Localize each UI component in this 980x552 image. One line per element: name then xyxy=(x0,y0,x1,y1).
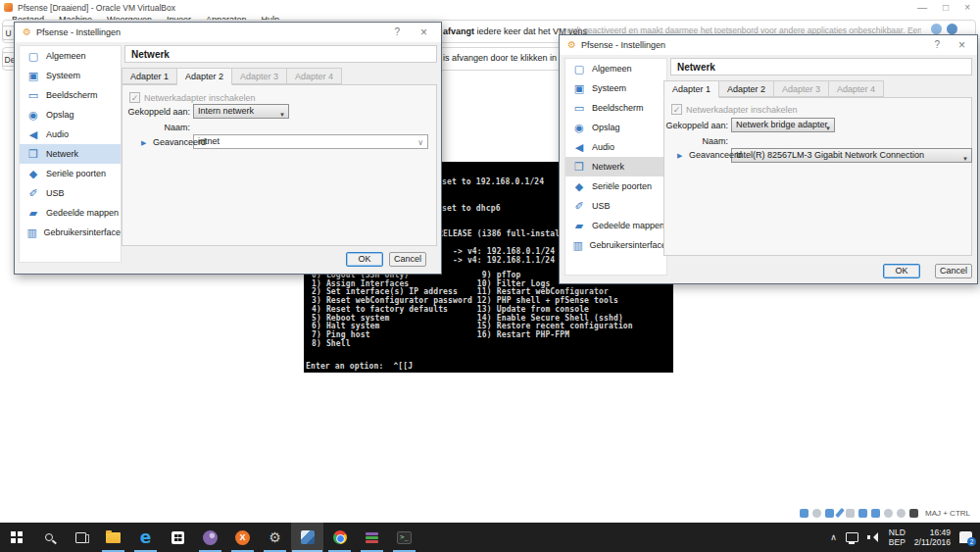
start-button[interactable] xyxy=(0,523,32,552)
network-tray-icon[interactable] xyxy=(846,532,858,542)
tab-adapter-3[interactable]: Adapter 3 xyxy=(232,68,287,84)
enable-adapter-checkbox[interactable]: ✓ xyxy=(129,92,140,103)
clock[interactable]: 16:49 2/11/2016 xyxy=(914,527,951,547)
task-view-button[interactable] xyxy=(65,523,97,552)
page-title: Netwerk xyxy=(124,45,437,63)
notification-dismiss-icon[interactable] xyxy=(947,24,957,34)
speaker-icon[interactable] xyxy=(867,532,880,542)
sidebar-item-opslag[interactable]: ◉Opslag xyxy=(565,118,666,137)
name-dropdown[interactable]: Intel(R) 82567LM-3 Gigabit Network Conne… xyxy=(731,148,972,163)
chevron-down-icon: ▼ xyxy=(825,123,831,135)
console-prompt[interactable]: Enter an option: ^[[J xyxy=(306,363,413,372)
sidebar-item-seriele-poorten[interactable]: ◆Seriële poorten xyxy=(565,176,666,196)
tab-adapter-1[interactable]: Adapter 1 xyxy=(122,68,177,84)
sidebar-item-systeem[interactable]: ▣Systeem xyxy=(565,78,666,98)
chrome-icon xyxy=(333,530,347,544)
tab-adapter-4[interactable]: Adapter 4 xyxy=(287,68,342,84)
desktop: Pfsense [Draaiend] - Oracle VM VirtualBo… xyxy=(0,0,980,552)
taskbar-file-explorer[interactable] xyxy=(97,523,129,552)
pen-status-icon xyxy=(835,508,844,518)
taskbar-search-button[interactable] xyxy=(32,523,65,552)
help-button[interactable]: ? xyxy=(394,26,400,37)
taskbar-winrar[interactable] xyxy=(356,523,388,552)
sidebar-item-usb[interactable]: ✐USB xyxy=(20,183,121,203)
attached-to-label: Gekoppeld aan: xyxy=(660,121,728,130)
sidebar-item-beeldscherm[interactable]: ▭Beeldscherm xyxy=(20,85,121,105)
notification-count-badge: 2 xyxy=(967,537,976,546)
taskbar-edge[interactable]: e xyxy=(129,523,162,552)
adapter-tabs: Adapter 1 Adapter 2 Adapter 3 Adapter 4 xyxy=(663,80,884,98)
cancel-button[interactable]: Cancel xyxy=(935,264,972,278)
settings-sidebar: ▢Algemeen ▣Systeem ▭Beeldscherm ◉Opslag … xyxy=(19,45,122,263)
dialog-titlebar[interactable]: ⚙ Pfsense - Instellingen ? × xyxy=(15,23,441,42)
sidebar-item-gedeelde-mappen[interactable]: ▰Gedeelde mappen xyxy=(20,203,121,223)
name-combobox[interactable]: intnet∨ xyxy=(193,134,428,149)
settings-gear-icon: ⚙ xyxy=(23,27,31,37)
advanced-label[interactable]: Geavanceerd xyxy=(689,150,742,160)
system-icon: ▣ xyxy=(25,70,41,82)
sidebar-item-audio[interactable]: ◀Audio xyxy=(565,137,666,157)
windows-taskbar: e X ⚙ >_ ∧ NLD BEP 16:49 2/11/2016 2 xyxy=(0,523,980,552)
taskbar-gear-app[interactable]: ⚙ xyxy=(259,523,291,552)
close-icon[interactable]: × xyxy=(958,38,965,52)
sidebar-item-algemeen[interactable]: ▢Algemeen xyxy=(565,59,666,78)
sidebar-item-gedeelde-mappen[interactable]: ▰Gedeelde mappen xyxy=(565,216,666,235)
taskbar-xampp[interactable]: X xyxy=(226,523,259,552)
adapter-tabs: Adapter 1 Adapter 2 Adapter 3 Adapter 4 xyxy=(122,68,342,85)
enable-adapter-checkbox[interactable]: ✓ xyxy=(671,104,682,115)
dialog-titlebar[interactable]: ⚙ Pfsense - Instellingen ? × xyxy=(560,35,977,55)
taskbar-virtualbox[interactable] xyxy=(291,523,323,552)
sidebar-item-gebruikersinterface[interactable]: ▥Gebruikersinterface xyxy=(20,223,121,242)
advanced-expander-icon[interactable]: ▶ xyxy=(141,139,146,147)
close-icon[interactable]: × xyxy=(420,25,427,39)
sidebar-item-usb[interactable]: ✐USB xyxy=(565,196,666,216)
chevron-down-icon: ▼ xyxy=(962,153,968,166)
console-line-release: RELEASE (i386 full-instal xyxy=(438,230,560,239)
general-icon: ▢ xyxy=(25,50,41,63)
tab-adapter-2[interactable]: Adapter 2 xyxy=(719,80,774,97)
tab-adapter-1[interactable]: Adapter 1 xyxy=(663,80,719,98)
sidebar-item-gebruikersinterface[interactable]: ▥Gebruikersinterface xyxy=(565,235,666,255)
sidebar-item-beeldscherm[interactable]: ▭Beeldscherm xyxy=(565,98,666,118)
page-title: Netwerk xyxy=(670,58,972,75)
task-view-icon xyxy=(75,532,86,543)
enable-adapter-label: Netwerkadapter inschakelen xyxy=(144,93,256,103)
user-interface-icon: ▥ xyxy=(571,239,584,252)
action-center-icon[interactable]: 2 xyxy=(959,531,972,543)
tab-adapter-4[interactable]: Adapter 4 xyxy=(829,80,884,97)
network-status-icon xyxy=(825,509,834,518)
close-button[interactable]: × xyxy=(964,2,970,13)
advanced-label[interactable]: Geavanceerd xyxy=(153,137,206,147)
notification-action-icon[interactable] xyxy=(931,24,942,34)
taskbar-store[interactable] xyxy=(162,523,194,552)
sidebar-item-systeem[interactable]: ▣Systeem xyxy=(20,66,121,85)
language-indicator[interactable]: NLD BEP xyxy=(889,527,906,547)
ok-button[interactable]: OK xyxy=(346,252,383,267)
maximize-button[interactable]: □ xyxy=(943,2,949,13)
shared-folder-status-icon xyxy=(846,509,855,518)
terminal-icon: >_ xyxy=(397,531,412,544)
bittorrent-icon xyxy=(203,530,218,545)
help-button[interactable]: ? xyxy=(934,39,940,50)
attached-to-dropdown[interactable]: Netwerk bridge adapter▼ xyxy=(731,118,835,132)
advanced-expander-icon[interactable]: ▶ xyxy=(677,152,682,160)
minimize-button[interactable]: — xyxy=(917,2,927,13)
sidebar-item-netwerk[interactable]: ❒Netwerk xyxy=(20,144,121,164)
sidebar-item-netwerk[interactable]: ❒Netwerk xyxy=(565,157,666,176)
console-line-lan-ip: set to 192.168.0.1/24 xyxy=(442,178,544,187)
sidebar-item-seriele-poorten[interactable]: ◆Seriële poorten xyxy=(20,164,121,183)
sidebar-item-algemeen[interactable]: ▢Algemeen xyxy=(20,46,121,66)
audio-icon: ◀ xyxy=(25,128,41,141)
taskbar-chrome[interactable] xyxy=(323,523,356,552)
attached-to-dropdown[interactable]: Intern netwerk▼ xyxy=(193,104,289,119)
shared-folders-icon: ▰ xyxy=(25,207,41,220)
ok-button[interactable]: OK xyxy=(883,264,920,278)
cancel-button[interactable]: Cancel xyxy=(389,252,426,267)
tab-adapter-3[interactable]: Adapter 3 xyxy=(774,80,829,97)
tab-adapter-2[interactable]: Adapter 2 xyxy=(177,68,232,85)
sidebar-item-opslag[interactable]: ◉Opslag xyxy=(20,105,121,125)
taskbar-command-prompt[interactable]: >_ xyxy=(388,523,420,552)
taskbar-bittorrent[interactable] xyxy=(194,523,226,552)
sidebar-item-audio[interactable]: ◀Audio xyxy=(20,125,121,144)
tray-chevron-icon[interactable]: ∧ xyxy=(830,532,837,542)
